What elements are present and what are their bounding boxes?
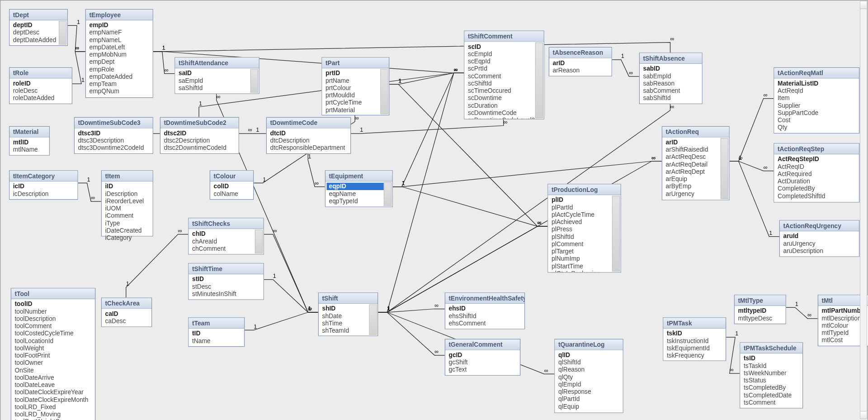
field-stID[interactable]: stID — [192, 276, 263, 283]
field-toolID[interactable]: toolID — [15, 301, 94, 308]
field-scDowntimeCodeLevel2[interactable]: scDowntimeCodeLevel2 — [468, 117, 543, 119]
table-title[interactable]: tDept — [9, 10, 67, 20]
field-prtMaterial[interactable]: prtMaterial — [326, 106, 388, 114]
field-list[interactable]: sabIDsabEmpIdsabReasonsabCommentsabShift… — [640, 64, 702, 104]
relationship-canvas[interactable]: 1∞1∞1∞1∞1∞1∞∞1∞1∞11∞1∞1∞1∞∞11∞1∞∞11∞1∞1∞… — [0, 0, 868, 420]
field-dtsc2Description[interactable]: dtsc2Description — [164, 137, 238, 144]
field-list[interactable]: MaterialListIDActReqIdItemSupplierSuppPa… — [774, 79, 859, 133]
field-OnSite[interactable]: OnSite — [15, 367, 94, 374]
table-title[interactable]: tGeneralComment — [445, 339, 520, 350]
field-arActReqDetail[interactable]: arActReqDetail — [666, 161, 729, 168]
field-icID[interactable]: icID — [13, 183, 77, 190]
field-iUOM[interactable]: iUOM — [105, 205, 152, 212]
field-gcShift[interactable]: gcShift — [449, 359, 519, 366]
field-list[interactable]: roleIDroleDescroleDateAdded — [9, 79, 72, 104]
field-scComment[interactable]: scComment — [468, 72, 543, 80]
field-iComment[interactable]: iComment — [105, 212, 152, 220]
field-plID[interactable]: plID — [552, 196, 620, 204]
table-title[interactable]: tActionReqUrgency — [780, 221, 859, 232]
field-saID[interactable]: saID — [179, 70, 258, 77]
field-scPrtId[interactable]: scPrtId — [468, 65, 543, 72]
table-tDept[interactable]: tDeptdeptIDdeptDescdeptDateAdded — [9, 9, 68, 46]
field-gcID[interactable]: gcID — [449, 351, 519, 358]
field-qlQty[interactable]: qlQty — [558, 373, 622, 381]
table-tDowntimeCode[interactable]: tDowntimeCodedtcIDdtcDescriptiondtcRespo… — [266, 117, 351, 154]
field-empTeam[interactable]: empTeam — [90, 81, 152, 88]
field-list[interactable]: prtIDprtNameprtColourprtMouldIdprtCycleT… — [322, 68, 389, 115]
field-toolDateLeave[interactable]: toolDateLeave — [15, 382, 94, 389]
field-toolLRD_Moving[interactable]: toolLRD_Moving — [15, 411, 94, 418]
field-plAchieved[interactable]: plAchieved — [552, 219, 620, 226]
field-icDescription[interactable]: icDescription — [13, 190, 77, 197]
field-empDept[interactable]: empDept — [90, 58, 152, 66]
table-tActionReqUrgency[interactable]: tActionReqUrgencyaruIdaruUrgencyaruDescr… — [779, 220, 860, 257]
field-qlReason[interactable]: qlReason — [558, 366, 622, 373]
table-title[interactable]: tPMTaskSchedule — [741, 343, 803, 354]
field-toolPartWeightSum[interactable]: toolPartWeightSum — [15, 418, 94, 420]
table-tShiftTime[interactable]: tShiftTimestIDstDescstMinutesInShift — [188, 263, 264, 300]
field-ActReqId[interactable]: ActReqId — [778, 87, 859, 95]
table-title[interactable]: tPMTask — [664, 318, 726, 329]
table-title[interactable]: tDowntimeCode — [267, 118, 350, 129]
field-scDuration[interactable]: scDuration — [468, 102, 543, 109]
field-mtlID[interactable]: mtlID — [13, 138, 49, 146]
field-list[interactable]: scIDscEmpIdscEqpIdscPrtIdscCommentscShif… — [465, 42, 544, 119]
table-title[interactable]: tShiftChecks — [189, 219, 264, 229]
field-prtMouldId[interactable]: prtMouldId — [326, 92, 388, 99]
field-plNumImp[interactable]: plNumImp — [552, 255, 620, 262]
field-empQNum[interactable]: empQNum — [90, 88, 152, 95]
field-iType[interactable]: iType — [105, 220, 152, 227]
field-empDateLeft[interactable]: empDateLeft — [90, 43, 152, 51]
field-list[interactable]: dtsc3IDdtsc3Descriptiondtsc3Downtime2Cod… — [75, 129, 153, 153]
field-list[interactable]: stIDstDescstMinutesInShift — [189, 274, 264, 299]
field-list[interactable]: eqpIDeqpNameeqpTypeId — [326, 181, 392, 206]
table-tShiftAbsence[interactable]: tShiftAbsencesabIDsabEmpIdsabReasonsabCo… — [639, 52, 703, 104]
field-sabEmpId[interactable]: sabEmpId — [643, 72, 702, 80]
field-list[interactable]: mtlIDmtlName — [9, 138, 49, 155]
table-tColour[interactable]: tColourcolIDcolName — [210, 170, 254, 200]
field-tsID[interactable]: tsID — [744, 355, 802, 362]
field-sabShiftId[interactable]: sabShiftId — [643, 95, 702, 102]
field-list[interactable]: plIDplPartIdplActCycleTimeplAchievedplPr… — [548, 195, 621, 272]
field-sabID[interactable]: sabID — [643, 65, 702, 72]
field-qlPartId[interactable]: qlPartId — [558, 396, 622, 403]
table-tShiftChecks[interactable]: tShiftCheckschIDchAreaIdchComment — [188, 218, 264, 254]
field-roleID[interactable]: roleID — [13, 80, 71, 87]
table-tPMTask[interactable]: tPMTasktskIDtskInstructionIdtskEquipment… — [663, 317, 726, 361]
field-plStartTime[interactable]: plStartTime — [552, 262, 620, 270]
field-tsTaskId[interactable]: tsTaskId — [744, 362, 802, 369]
table-tShift[interactable]: tShiftshIDshDateshTimeshTeamId — [318, 292, 378, 336]
field-Cost[interactable]: Cost — [778, 117, 859, 124]
table-tMtlType[interactable]: tMtlTypemtltypeIDmtltypeDesc — [734, 295, 786, 324]
field-list[interactable]: icIDicDescription — [9, 181, 77, 199]
field-list[interactable]: empIDempNameFempNameLempDateLeftempMobNu… — [86, 20, 153, 97]
field-toolCostedCycleTime[interactable]: toolCostedCycleTime — [15, 330, 94, 337]
field-arShiftRaisedId[interactable]: arShiftRaisedId — [666, 146, 729, 153]
field-shDate[interactable]: shDate — [322, 312, 377, 320]
field-SuppPartCode[interactable]: SuppPartCode — [778, 109, 859, 116]
field-eqpID[interactable]: eqpID — [327, 183, 384, 190]
field-stDesc[interactable]: stDesc — [192, 283, 263, 290]
field-plQtyInPackaging[interactable]: plQtyInPackaging — [552, 270, 620, 272]
field-tskEquipmentId[interactable]: tskEquipmentId — [667, 344, 725, 352]
table-tActionReq[interactable]: tActionReqarIDarShiftRaisedIdarActReqDes… — [662, 126, 730, 200]
table-tTeam[interactable]: tTeamtIDtName — [188, 317, 245, 347]
field-list[interactable]: dtcIDdtcDescriptiondtcResponsibleDepartm… — [267, 129, 350, 153]
table-title[interactable]: tMaterial — [9, 127, 49, 138]
table-title[interactable]: tShift — [319, 293, 377, 304]
table-title[interactable]: tShiftTime — [189, 264, 264, 275]
table-title[interactable]: tEmployee — [86, 10, 153, 20]
field-scShiftId[interactable]: scShiftId — [468, 80, 543, 87]
field-caDesc[interactable]: caDesc — [105, 317, 151, 325]
field-Qty[interactable]: Qty — [778, 124, 859, 131]
field-toolWeight[interactable]: toolWeight — [15, 344, 94, 352]
field-ehsComment[interactable]: ehsComment — [449, 320, 524, 327]
field-scDowntimeCode[interactable]: scDowntimeCode — [468, 109, 543, 116]
scroll-down-button[interactable] — [860, 411, 867, 419]
field-colName[interactable]: colName — [214, 190, 253, 197]
field-roleDesc[interactable]: roleDesc — [13, 87, 71, 95]
field-list[interactable]: qlIDqlShiftIdqlReasonqlQtyqlEmpIdqlRespo… — [555, 350, 623, 413]
field-scTimeOccured[interactable]: scTimeOccured — [468, 87, 543, 95]
field-tskInstructionId[interactable]: tskInstructionId — [667, 337, 725, 344]
field-toolDateClockExpireYear[interactable]: toolDateClockExpireYear — [15, 389, 94, 396]
